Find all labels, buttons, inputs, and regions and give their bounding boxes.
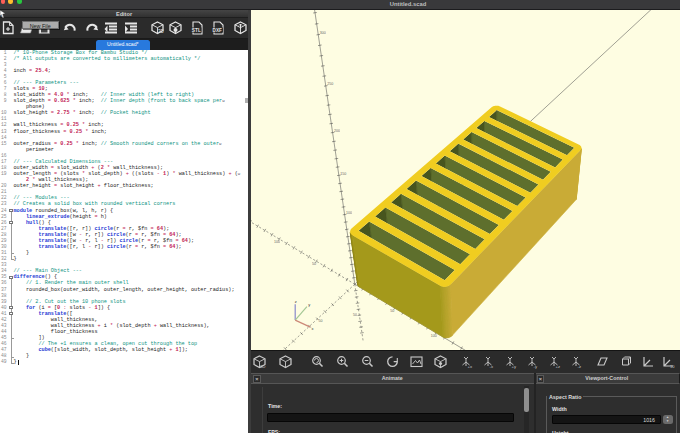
- svg-text:+y: +y: [512, 364, 517, 369]
- svg-text:150: 150: [340, 172, 346, 176]
- svg-text:z: z: [295, 299, 297, 304]
- svg-text:3D: 3D: [158, 29, 164, 34]
- svg-text:250: 250: [327, 82, 333, 86]
- svg-text:50: 50: [390, 309, 394, 313]
- svg-text:+z: +z: [556, 364, 561, 369]
- svg-text:100: 100: [274, 240, 280, 244]
- svg-text:-y: -y: [534, 364, 538, 369]
- svg-text:10: 10: [670, 364, 675, 369]
- svg-text:-z: -z: [578, 364, 582, 369]
- svg-text:50: 50: [318, 319, 322, 323]
- svg-text:300: 300: [320, 31, 326, 35]
- svg-text:x: x: [312, 326, 314, 331]
- svg-text:y: y: [308, 302, 310, 307]
- svg-text:STL: STL: [192, 28, 201, 33]
- svg-text:100: 100: [431, 334, 437, 338]
- svg-text:3D: 3D: [260, 364, 266, 369]
- svg-text:DXF: DXF: [213, 28, 222, 33]
- svg-text:+x: +x: [468, 364, 473, 369]
- svg-text:50: 50: [353, 313, 357, 317]
- svg-text:100: 100: [346, 211, 352, 215]
- svg-text:200: 200: [334, 129, 340, 133]
- svg-text:50: 50: [312, 262, 316, 266]
- svg-text:-x: -x: [490, 364, 494, 369]
